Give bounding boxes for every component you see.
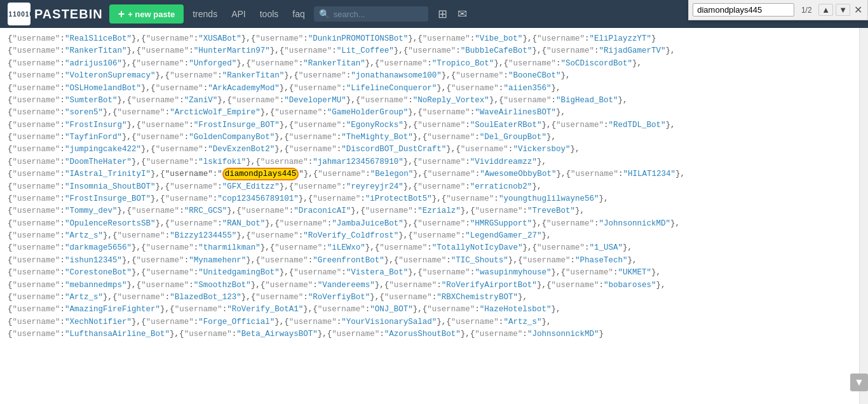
trends-link[interactable]: trends — [187, 9, 222, 19]
paste-line: {"username":"Artz_s"},{"username":"Bizzy… — [0, 230, 859, 242]
paste-line: {"username":"FrostInsurge_BOT"},{"userna… — [0, 193, 859, 205]
scroll-to-bottom-button[interactable]: ▼ — [850, 374, 868, 391]
find-count: 1/2 — [797, 6, 816, 15]
paste-line: {"username":"mebannedmps"},{"username":"… — [0, 279, 859, 292]
search-box: 🔍 — [314, 6, 428, 22]
paste-line: {"username":"LufthansaAirline_Bot"},{"us… — [0, 328, 859, 340]
plus-icon: + — [118, 8, 125, 20]
paste-line: {"username":"DoomTheHater"},{"username":… — [0, 156, 859, 168]
paste-line: {"username":"RankerTitan"},{"username":"… — [0, 45, 859, 57]
paste-line: {"username":"CorestoneBot"},{"username":… — [0, 267, 859, 279]
grid-icon-button[interactable]: ⊞ — [435, 6, 451, 22]
paste-line: {"username":"RealSliceBot"},{"username":… — [0, 33, 859, 45]
paste-line: {"username":"TayfinFord"},{"username":"G… — [0, 131, 859, 144]
search-icon: 🔍 — [319, 9, 330, 19]
new-paste-button[interactable]: + + new paste — [109, 4, 184, 24]
paste-line: {"username":"FrostInsurg"},{"username":"… — [0, 119, 859, 131]
paste-line: {"username":"soren5"},{"username":"Arcti… — [0, 107, 859, 119]
search-match: diamondplays445 — [222, 168, 299, 180]
paste-line: {"username":"OpulenceResortsSB"},{"usern… — [0, 218, 859, 230]
paste-line: {"username":"adrijus106"},{"username":"U… — [0, 58, 859, 70]
paste-line: {"username":"SumterBot"},{"username":"Za… — [0, 95, 859, 107]
find-prev-button[interactable]: ▲ — [818, 4, 833, 16]
paste-line: {"username":"XechNotifier"},{"username":… — [0, 316, 859, 328]
faq-link[interactable]: faq — [287, 9, 309, 19]
nav-icons: ⊞ ✉ — [435, 6, 470, 22]
paste-line: {"username":"VolteronSupremacy"},{"usern… — [0, 70, 859, 82]
find-next-button[interactable]: ▼ — [836, 4, 850, 16]
paste-content[interactable]: {"username":"RealSliceBot"},{"username":… — [0, 28, 859, 404]
tools-link[interactable]: tools — [255, 9, 284, 19]
email-icon-button[interactable]: ✉ — [454, 6, 470, 22]
api-link[interactable]: API — [226, 9, 251, 19]
paste-line: {"username":"IAstral_TrinityI"},{"userna… — [0, 168, 859, 180]
logo[interactable]: 011 100 101 PASTEBIN — [5, 3, 105, 25]
paste-line: {"username":"jumpingcake422"},{"username… — [0, 144, 859, 156]
logo-text: PASTEBIN — [34, 7, 103, 22]
find-close-button[interactable]: ✕ — [853, 4, 864, 16]
find-bar: 1/2 ▲ ▼ ✕ — [688, 0, 868, 20]
content-area: {"username":"RealSliceBot"},{"username":… — [0, 28, 868, 404]
find-input[interactable] — [693, 3, 794, 17]
logo-icon: 011 100 101 — [8, 3, 31, 25]
search-input[interactable] — [334, 10, 416, 19]
new-paste-label: + new paste — [128, 10, 175, 19]
paste-line: {"username":"Artz_s"},{"username":"Blaze… — [0, 292, 859, 304]
paste-line: {"username":"darkmage5656"},{"username":… — [0, 242, 859, 254]
paste-line: {"username":"ishun12345"},{"username":"M… — [0, 255, 859, 267]
paste-line: {"username":"Insomnia_ShoutBOT"},{"usern… — [0, 181, 859, 193]
right-sidebar: ▼ — [859, 28, 868, 404]
paste-line: {"username":"AmazingFireFighter"},{"user… — [0, 304, 859, 316]
paste-line: {"username":"OSLHomelandBot"},{"username… — [0, 83, 859, 95]
paste-line: {"username":"Tommy_dev"},{"username":"RR… — [0, 205, 859, 217]
